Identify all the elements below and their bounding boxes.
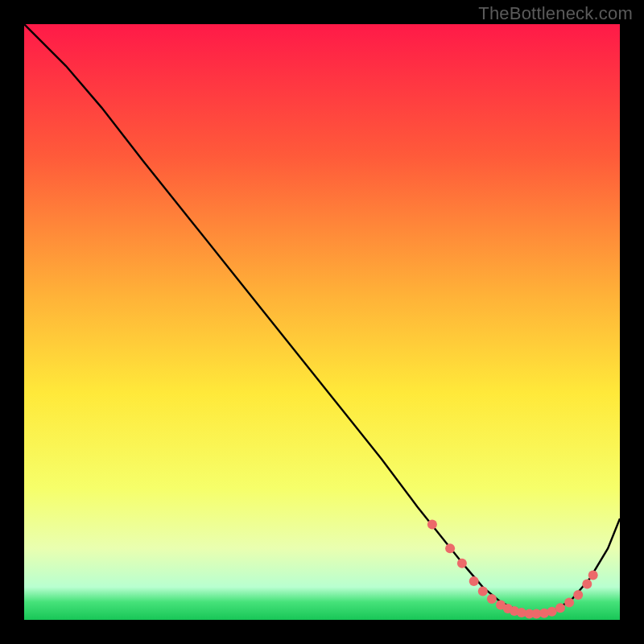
marker-dot	[487, 594, 497, 604]
marker-dot	[445, 543, 455, 553]
marker-dot	[564, 598, 574, 608]
chart-svg	[24, 24, 620, 620]
chart-frame: TheBottleneck.com	[0, 0, 644, 644]
marker-dot	[582, 580, 592, 589]
gradient-bg	[24, 24, 620, 620]
marker-dot	[555, 603, 565, 613]
marker-dot	[427, 520, 437, 530]
marker-dot	[478, 586, 488, 596]
marker-dot	[469, 576, 479, 586]
marker-dot	[573, 590, 583, 600]
plot-area	[24, 24, 620, 620]
marker-dot	[547, 607, 557, 617]
watermark-text: TheBottleneck.com	[478, 3, 633, 24]
marker-dot	[457, 559, 467, 568]
marker-dot	[588, 571, 598, 580]
